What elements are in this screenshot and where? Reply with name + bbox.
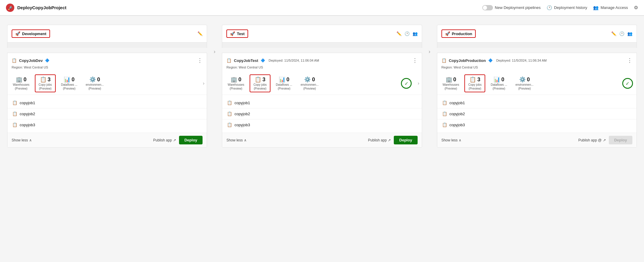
edit-icon[interactable]: ✏️ — [396, 31, 402, 36]
metric-item-0: 🏢0 Warehouses(Preview) — [10, 74, 32, 92]
metric-item-2: 📊0 Dataflows ...(Preview) — [488, 74, 510, 92]
metric-icon: 🏢 — [16, 76, 22, 83]
items-section: 📋 copyjob1 📋 copyjob2 📋 copyjob3 — [7, 95, 207, 132]
top-bar-right: New Deployment pipelines 🕐 Deployment hi… — [482, 5, 638, 10]
top-bar: 🚀 DeployCopyJobProject New Deployment pi… — [0, 0, 644, 15]
item-copy-icon: 📋 — [227, 111, 232, 116]
publish-app-button[interactable]: Publish app ↗ — [368, 138, 391, 142]
metric-item-1[interactable]: 📋3 Copy jobs(Preview) — [464, 74, 485, 92]
stage-arrow-0: › — [207, 49, 222, 55]
item-copy-icon: 📋 — [227, 122, 232, 127]
top-bar-left: 🚀 DeployCopyJobProject — [6, 4, 66, 12]
edit-icon[interactable]: ✏️ — [197, 31, 203, 36]
show-less-button[interactable]: Show less ∧ — [12, 138, 32, 142]
people-icon: 👥 — [593, 5, 599, 10]
edit-icon[interactable]: ✏️ — [611, 31, 616, 36]
metrics-arrow — [80, 74, 83, 92]
settings-icon[interactable]: 👥 — [413, 31, 418, 36]
metric-label: Copy jobs(Preview) — [468, 83, 481, 91]
metric-item-2: 📊0 Dataflows ...(Preview) — [58, 74, 80, 92]
metric-item-2: 📊0 Dataflows ...(Preview) — [273, 74, 295, 92]
metric-num: ⚙️0 — [89, 76, 100, 83]
list-item: 📋 copyjob2 — [222, 108, 421, 119]
pipeline-icon: 🚀 — [15, 31, 20, 36]
metric-num: 🏢0 — [16, 76, 27, 83]
history-icon[interactable]: 🕐 — [405, 31, 410, 36]
metric-item-1[interactable]: 📋3 Copy jobs(Preview) — [250, 74, 270, 92]
list-item: 📋 copyjob3 — [222, 119, 421, 130]
card-diamond-icon: 🔷 — [261, 58, 265, 63]
metric-icon: ⚙️ — [304, 76, 311, 83]
stage-column-production: 🚀Production ✏️ 🕐 👥 📋 CopyJobProduction 🔷… — [437, 25, 637, 148]
metrics-row: 🏢0 Warehouses(Preview) 📋3 Copy jobs(Prev… — [222, 72, 421, 95]
list-item: 📋 copyjob3 — [7, 119, 207, 130]
card-region: Region: West Central US — [7, 66, 207, 72]
deploy-button[interactable]: Deploy — [179, 136, 203, 144]
metric-num: 📊0 — [279, 76, 290, 83]
metric-item-3: ⚙️0 environmen...(Preview) — [298, 74, 322, 92]
show-less-button[interactable]: Show less ∧ — [226, 138, 247, 142]
external-link-icon: ↗ — [173, 138, 176, 142]
stage-arrow-icon: › — [429, 49, 430, 55]
metrics-arrow — [295, 74, 298, 92]
card-menu-button[interactable]: ⋮ — [412, 57, 418, 64]
card-title: CopyJobTest — [234, 58, 258, 63]
card-menu-button[interactable]: ⋮ — [627, 57, 632, 64]
metric-item-0: 🏢0 Warehouses(Preview) — [440, 74, 462, 92]
deployment-history-button[interactable]: 🕐 Deployment history — [547, 5, 587, 10]
item-copy-icon: 📋 — [12, 111, 17, 116]
deploy-button[interactable]: Deploy — [394, 136, 417, 144]
stage-column-development: 🚀Development✏️ 📋 CopyJobDev 🔷 ⋮Region: W… — [7, 25, 207, 148]
stage-sub-bar-production — [437, 43, 637, 48]
card-copy-icon: 📋 — [12, 58, 17, 63]
metric-label: Warehouses(Preview) — [443, 83, 459, 91]
metric-num: 🏢0 — [231, 76, 241, 83]
new-deployment-label: New Deployment pipelines — [495, 5, 541, 10]
item-copy-icon: 📋 — [442, 111, 447, 116]
deployed-check-circle: ✓ — [401, 78, 412, 89]
list-item: 📋 copyjob2 — [7, 108, 207, 119]
metrics-right-arrow[interactable]: › — [415, 81, 421, 86]
metric-label: Warehouses(Preview) — [13, 83, 29, 91]
stage-card-development: 📋 CopyJobDev 🔷 ⋮Region: West Central US … — [7, 53, 207, 148]
metric-icon: 📋 — [469, 76, 476, 83]
metrics-row: 🏢0 Warehouses(Preview) 📋3 Copy jobs(Prev… — [437, 72, 637, 95]
chevron-up-icon: ∧ — [244, 138, 247, 142]
stage-card-test: 📋 CopyJobTest 🔷 Deployed: 11/5/2024, 11:… — [222, 53, 422, 148]
pipeline-row: 🚀Development✏️ 📋 CopyJobDev 🔷 ⋮Region: W… — [7, 25, 637, 148]
publish-app-button[interactable]: Publish app ↗ — [153, 138, 176, 142]
toggle-switch[interactable] — [482, 5, 493, 10]
item-copy-icon: 📋 — [12, 122, 17, 127]
stage-badge-development: 🚀Development — [12, 29, 50, 38]
stage-column-test: 🚀Test ✏️ 🕐 👥 📋 CopyJobTest 🔷 Deployed: 1… — [222, 25, 422, 148]
metric-num: 📋3 — [40, 76, 51, 83]
metric-num: ⚙️0 — [304, 76, 315, 83]
new-deployment-toggle[interactable]: New Deployment pipelines — [482, 5, 541, 10]
stage-badge-test: 🚀Test — [226, 29, 248, 38]
metric-label: Copy jobs(Preview) — [253, 83, 267, 91]
settings-icon[interactable]: 👥 — [627, 31, 632, 36]
items-section: 📋 copyjob1 📋 copyjob2 📋 copyjob3 — [222, 95, 421, 132]
show-less-button[interactable]: Show less ∧ — [441, 138, 462, 142]
metric-num: 📊0 — [494, 76, 504, 83]
card-menu-button[interactable]: ⋮ — [197, 57, 203, 64]
metric-icon: 📊 — [279, 76, 285, 83]
metric-label: environmen...(Preview) — [515, 83, 533, 91]
list-item: 📋 copyjob1 — [222, 97, 421, 108]
publish-app-button[interactable]: Publish app @ ↗ — [578, 138, 606, 142]
checkmark-icon: ✓ — [405, 81, 408, 86]
settings-icon[interactable]: ⚙ — [634, 5, 638, 10]
list-item: 📋 copyjob2 — [437, 108, 637, 119]
metrics-right-arrow[interactable]: › — [200, 81, 207, 86]
metric-item-1[interactable]: 📋3 Copy jobs(Preview) — [35, 74, 56, 92]
card-region: Region: West Central US — [437, 66, 637, 72]
stage-header-production: 🚀Production ✏️ 🕐 👥 — [437, 25, 637, 43]
list-item: 📋 copyjob1 — [7, 97, 207, 108]
card-region: Region: West Central US — [222, 66, 421, 72]
metrics-arrow — [32, 74, 35, 92]
stage-card-production: 📋 CopyJobProduction 🔷 Deployed: 11/5/202… — [437, 53, 637, 148]
item-name: copyjob1 — [20, 101, 35, 105]
manage-access-button[interactable]: 👥 Manage Access — [593, 5, 628, 10]
history-icon[interactable]: 🕐 — [619, 31, 624, 36]
metric-item-0: 🏢0 Warehouses(Preview) — [225, 74, 247, 92]
